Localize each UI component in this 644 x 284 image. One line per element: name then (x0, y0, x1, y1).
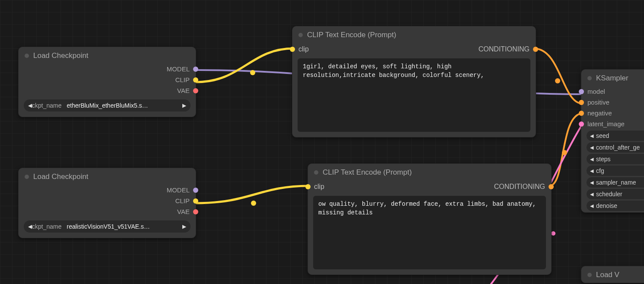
widget-value: etherBluMix_etherBluMix5.s… (67, 102, 180, 109)
output-model-row: MODEL (19, 64, 196, 74)
ckpt-name-widget[interactable]: ◀ ckpt_name etherBluMix_etherBluMix5.s… … (24, 99, 190, 112)
chevron-left-icon[interactable]: ◀ (590, 203, 593, 209)
input-negative-row: negative (581, 108, 644, 118)
chevron-right-icon[interactable]: ▶ (182, 102, 186, 108)
output-vae-label: VAE (177, 208, 190, 215)
collapse-icon[interactable] (25, 54, 29, 58)
input-clip-label: clip (298, 45, 309, 53)
io-row: clip CONDITIONING (292, 43, 536, 55)
chevron-left-icon[interactable]: ◀ (590, 180, 593, 185)
node-load-checkpoint-1[interactable]: Load Checkpoint MODEL CLIP VAE ◀ ckpt_na… (18, 47, 196, 117)
title-text: KSampler (596, 74, 628, 83)
port-conditioning-out[interactable] (549, 184, 554, 189)
collapse-icon[interactable] (25, 175, 29, 179)
input-model-label: model (587, 88, 605, 95)
output-clip-label: CLIP (175, 197, 190, 204)
input-latent-row: latent_image (581, 118, 644, 129)
output-clip-row: CLIP (19, 195, 196, 206)
output-model-label: MODEL (167, 186, 190, 194)
port-model-out[interactable] (193, 67, 198, 72)
param-label: sampler_name (596, 179, 636, 186)
port-positive-in[interactable] (579, 100, 584, 105)
chevron-left-icon[interactable]: ◀ (590, 191, 593, 197)
chevron-left-icon[interactable]: ◀ (28, 223, 32, 230)
node-load-vae-partial[interactable]: Load V (581, 266, 644, 283)
widget-value: realisticVisionV51_v51VAE.s… (67, 223, 180, 230)
port-vae-out[interactable] (193, 209, 198, 214)
svg-point-1 (555, 78, 560, 83)
svg-point-4 (551, 231, 555, 236)
input-positive-row: positive (581, 97, 644, 108)
input-negative-label: negative (587, 109, 612, 117)
param-seed[interactable]: ◀seed (587, 131, 644, 141)
collapse-icon[interactable] (587, 273, 592, 277)
input-latent-label: latent_image (587, 120, 625, 128)
ckpt-name-widget[interactable]: ◀ ckpt_name realisticVisionV51_v51VAE.s…… (24, 220, 190, 233)
title-text: Load Checkpoint (33, 172, 89, 181)
port-conditioning-out[interactable] (533, 47, 538, 52)
output-clip-label: CLIP (175, 76, 190, 83)
port-clip-out[interactable] (193, 198, 198, 204)
collapse-icon[interactable] (314, 170, 318, 175)
node-title: CLIP Text Encode (Prompt) (292, 26, 536, 43)
output-cond-label: CONDITIONING (479, 45, 530, 53)
title-text: CLIP Text Encode (Prompt) (307, 31, 396, 39)
node-title: Load Checkpoint (19, 47, 196, 64)
title-text: Load Checkpoint (33, 51, 89, 60)
port-clip-in[interactable] (290, 47, 295, 52)
port-model-in[interactable] (579, 89, 584, 94)
param-label: scheduler (596, 191, 622, 198)
collapse-icon[interactable] (587, 76, 592, 80)
widget-label: ckpt_name (32, 223, 61, 230)
port-model-out[interactable] (193, 188, 198, 193)
chevron-left-icon[interactable]: ◀ (590, 168, 593, 174)
title-text: Load V (596, 271, 619, 279)
prompt-textarea[interactable]: ow quality, blurry, deformed face, extra… (313, 196, 546, 269)
svg-point-2 (562, 150, 567, 155)
node-title: CLIP Text Encode (Prompt) (308, 164, 551, 180)
chevron-left-icon[interactable]: ◀ (590, 156, 593, 162)
port-clip-out[interactable] (193, 77, 198, 83)
chevron-left-icon[interactable]: ◀ (590, 133, 593, 139)
input-model-row: model (581, 86, 644, 97)
svg-point-0 (250, 70, 255, 75)
output-model-label: MODEL (167, 65, 190, 73)
chevron-left-icon[interactable]: ◀ (590, 145, 593, 150)
output-cond-label: CONDITIONING (494, 183, 545, 191)
node-title: KSampler (581, 70, 644, 86)
port-vae-out[interactable] (193, 88, 198, 93)
node-clip-encode-negative[interactable]: CLIP Text Encode (Prompt) clip CONDITION… (308, 163, 552, 275)
svg-point-3 (251, 201, 256, 206)
param-label: denoise (596, 202, 617, 209)
param-denoise[interactable]: ◀denoise (587, 201, 644, 211)
output-model-row: MODEL (19, 185, 196, 195)
io-row: clip CONDITIONING (308, 180, 551, 192)
param-control-after-generate[interactable]: ◀control_after_ge (587, 142, 644, 153)
node-load-checkpoint-2[interactable]: Load Checkpoint MODEL CLIP VAE ◀ ckpt_na… (18, 168, 196, 238)
output-vae-row: VAE (19, 206, 196, 217)
param-steps[interactable]: ◀steps (587, 154, 644, 164)
collapse-icon[interactable] (298, 33, 303, 37)
chevron-right-icon[interactable]: ▶ (182, 223, 186, 230)
param-label: steps (596, 156, 610, 163)
output-vae-label: VAE (177, 87, 190, 94)
output-clip-row: CLIP (19, 74, 196, 85)
node-ksampler[interactable]: KSampler model positive negative latent_… (581, 69, 644, 213)
node-canvas[interactable]: Load Checkpoint MODEL CLIP VAE ◀ ckpt_na… (0, 0, 644, 284)
node-clip-encode-positive[interactable]: CLIP Text Encode (Prompt) clip CONDITION… (292, 26, 536, 137)
port-clip-in[interactable] (305, 184, 311, 189)
title-text: CLIP Text Encode (Prompt) (323, 168, 412, 177)
param-scheduler[interactable]: ◀scheduler (587, 189, 644, 199)
input-clip-label: clip (314, 183, 324, 191)
port-latent-in[interactable] (579, 121, 584, 127)
output-vae-row: VAE (19, 85, 196, 96)
param-sampler-name[interactable]: ◀sampler_name (587, 177, 644, 188)
param-label: control_after_ge (596, 144, 640, 151)
chevron-left-icon[interactable]: ◀ (28, 102, 32, 108)
prompt-textarea[interactable]: 1girl, detailed eyes, soft lighting, hig… (298, 58, 530, 132)
param-label: seed (596, 132, 609, 139)
port-negative-in[interactable] (579, 111, 584, 116)
widget-label: ckpt_name (32, 102, 61, 109)
param-label: cfg (596, 167, 604, 174)
param-cfg[interactable]: ◀cfg (587, 166, 644, 176)
